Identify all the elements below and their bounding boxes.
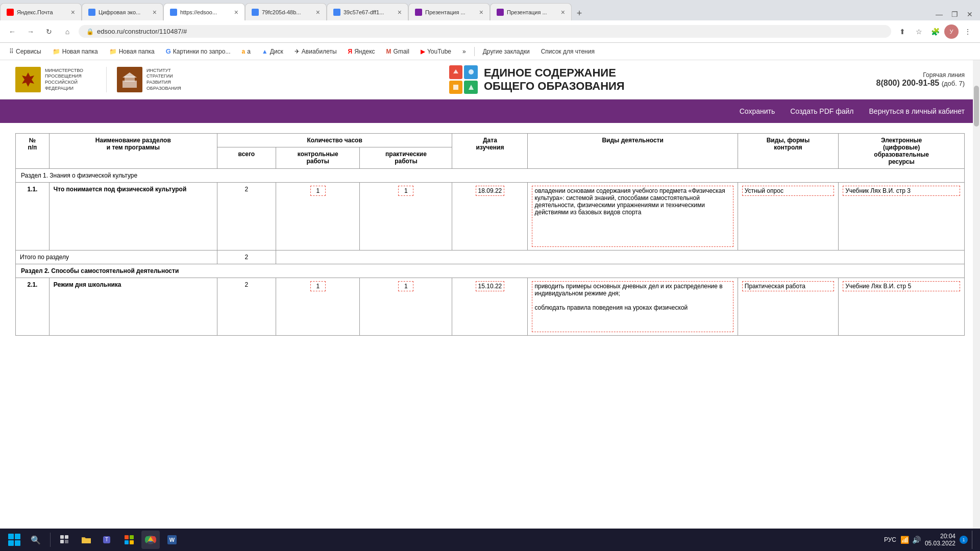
tab-2-close[interactable]: × (153, 8, 157, 16)
notification-badge[interactable]: 1 (960, 536, 968, 544)
row-2-1-resources-input[interactable]: Учебние Лях В.И. стр 5 (843, 281, 960, 291)
row-1-1-resources: Учебник Лях В.И. стр 3 (839, 183, 965, 251)
scrollbar[interactable] (973, 60, 980, 535)
extensions-button[interactable]: 🧩 (928, 24, 942, 39)
store-button[interactable] (120, 531, 138, 549)
row-2-1-ctrl-type-input[interactable]: Практическая работа (742, 281, 834, 291)
header-control: Виды, формы контроля (738, 134, 838, 169)
ministry-line2: РОССИЙСКОЙ ФЕДЕРАЦИИ (45, 80, 96, 91)
row-2-1-activity: приводить примеры основных дневных дел и… (528, 278, 738, 336)
section-1-title: Раздел 1. Знания о физической культуре (16, 169, 965, 183)
back-button[interactable]: ← (5, 24, 19, 39)
task-view-button[interactable] (56, 531, 74, 549)
new-tab-button[interactable]: + (572, 6, 587, 20)
building-icon (120, 70, 139, 89)
row-1-1-ctrl-input[interactable]: 1 (310, 186, 326, 196)
section-2-label: Раздел 2. Способы самостоятельной деятел… (21, 267, 179, 274)
folder-2-label: Новая папка (119, 48, 155, 55)
bookmark-avia[interactable]: ✈ Авиабилеты (290, 47, 341, 56)
tab-1[interactable]: Яндекс.Почта × (0, 3, 82, 20)
tab-7-close[interactable]: × (561, 8, 565, 16)
forward-button[interactable]: → (23, 24, 38, 39)
show-desktop-button[interactable] (972, 531, 975, 549)
total-1-value: 2 (217, 251, 276, 264)
bookmark-folder-1[interactable]: 📁 Новая папка (48, 47, 102, 56)
menu-button[interactable]: ⋮ (961, 24, 975, 39)
other-bookmarks-button[interactable]: Другие закладки (479, 47, 534, 56)
taskbar-time-date[interactable]: 20:04 05.03.2022 (925, 533, 955, 547)
home-button[interactable]: ⌂ (60, 24, 75, 39)
section-2-title: Раздел 2. Способы самостоятельной деятел… (16, 264, 965, 278)
row-1-1-activity-input[interactable]: овладении основами содержания учебного п… (532, 186, 733, 247)
logo-grid (449, 65, 478, 94)
tab-5[interactable]: 39c57e67-dff1... × (327, 3, 408, 20)
row-2-1-pract-input[interactable]: 1 (398, 281, 413, 291)
bookmark-yandex[interactable]: Я Яндекс (344, 47, 379, 56)
save-link[interactable]: Сохранить (740, 107, 775, 115)
language-indicator: РУС (884, 536, 896, 543)
bookmark-folder-2[interactable]: 📁 Новая папка (105, 47, 159, 56)
svg-rect-15 (130, 540, 134, 544)
tab-3[interactable]: https://edsoo... × (163, 3, 245, 20)
tab-4-icon (252, 9, 259, 16)
time-display: 20:04 (940, 533, 955, 540)
tab-5-close[interactable]: × (398, 8, 402, 16)
word-taskbar-button[interactable]: W (163, 531, 181, 549)
win-quad-4 (15, 540, 20, 546)
svg-rect-6 (65, 535, 68, 539)
section-row-2: Раздел 2. Способы самостоятельной деятел… (16, 264, 965, 278)
yandex-icon: Я (348, 48, 353, 55)
bookmark-services[interactable]: ⠿ Сервисы (5, 47, 45, 56)
cabinet-link[interactable]: Вернуться в личный кабинет (869, 107, 965, 115)
google-icon: G (166, 47, 171, 55)
teams-button[interactable]: T (99, 531, 117, 549)
start-button[interactable] (5, 531, 23, 549)
tab-7-icon (497, 9, 504, 16)
tab-3-close[interactable]: × (234, 8, 238, 16)
file-explorer-button[interactable] (77, 531, 95, 549)
row-1-1-ctrl-type-input[interactable]: Устный опрос (742, 186, 834, 196)
tab-6[interactable]: Презентация ... × (408, 3, 490, 20)
network-icon[interactable]: 📶 (900, 536, 909, 544)
bookmark-more[interactable]: » (458, 47, 470, 56)
share-button[interactable]: ⬆ (895, 24, 910, 39)
tab-1-icon (7, 9, 14, 16)
minimize-button[interactable]: — (933, 8, 945, 20)
header-hours-total: всего (217, 147, 276, 169)
close-window-button[interactable]: ✕ (964, 8, 976, 20)
win-quad-1 (8, 534, 14, 539)
row-1-1-date-input[interactable]: 18.09.22 (476, 186, 505, 196)
tab-4[interactable]: 79fc205d-48b... × (245, 3, 327, 20)
reading-list-button[interactable]: Список для чтения (537, 47, 599, 56)
bookmark-a[interactable]: a a (237, 47, 254, 56)
star-button[interactable]: ☆ (912, 24, 926, 39)
tab-6-close[interactable]: × (479, 8, 483, 16)
tab-2[interactable]: Цифровая эко... × (82, 3, 163, 20)
restore-button[interactable]: ❐ (948, 8, 961, 20)
header-sep-1 (106, 67, 107, 92)
bookmark-disk[interactable]: ▲ Диск (258, 47, 287, 56)
avia-label: Авиабилеты (302, 48, 337, 55)
row-2-1-ctrl-input[interactable]: 1 (310, 281, 326, 291)
profile-button[interactable]: У (944, 24, 959, 39)
scrollbar-thumb[interactable] (974, 86, 979, 127)
tab-4-close[interactable]: × (316, 8, 320, 16)
hotline-label: Горячая линия (876, 71, 965, 79)
tab-1-close[interactable]: × (71, 8, 75, 16)
tab-7[interactable]: Презентация ... × (490, 3, 572, 20)
url-input[interactable]: 🔒 edsoo.ru/constructor/110487/# (79, 25, 891, 38)
row-2-1-activity-input[interactable]: приводить примеры основных дневных дел и… (532, 281, 733, 332)
pdf-link[interactable]: Создать PDF файл (790, 107, 853, 115)
row-1-1-resources-input[interactable]: Учебник Лях В.И. стр 3 (843, 186, 960, 196)
reload-button[interactable]: ↻ (42, 24, 56, 39)
taskbar-search-button[interactable]: 🔍 (27, 531, 45, 549)
volume-icon[interactable]: 🔊 (912, 536, 921, 544)
title-line2: ОБЩЕГО ОБРАЗОВАНИЯ (484, 80, 625, 93)
bookmark-google[interactable]: G Картинки по запро... (162, 46, 235, 56)
page-content: МИНИСТЕРСТВО ПРОСВЕЩЕНИЯ РОССИЙСКОЙ ФЕДЕ… (0, 60, 980, 535)
row-1-1-pract-input[interactable]: 1 (398, 186, 413, 196)
bookmark-gmail[interactable]: M Gmail (382, 47, 413, 56)
chrome-taskbar-button[interactable] (141, 531, 160, 549)
row-2-1-date-input[interactable]: 15.10.22 (476, 281, 505, 291)
bookmark-youtube[interactable]: ▶ YouTube (416, 47, 455, 56)
